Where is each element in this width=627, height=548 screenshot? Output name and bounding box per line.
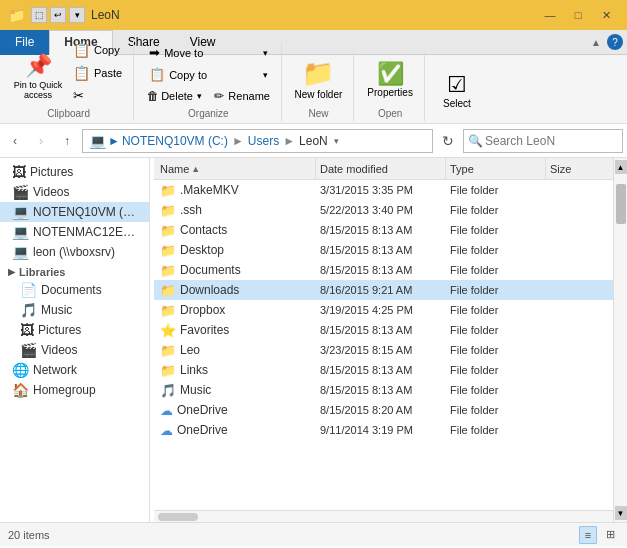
file-row-onedrive1[interactable]: ☁ OneDrive 8/15/2015 8:20 AM File folder	[154, 400, 613, 420]
folder-icon-ssh: 📁	[160, 203, 176, 218]
sidebar-item-notenq10vm[interactable]: 💻 NOTENQ10VM (…	[0, 202, 149, 222]
crumb-computer[interactable]: NOTENQ10VM (C:)	[122, 134, 228, 148]
address-bar[interactable]: 💻 ► NOTENQ10VM (C:) ► Users ► LeoN ▾	[82, 129, 433, 153]
documents-icon: 📄	[20, 282, 37, 298]
search-input[interactable]	[485, 134, 627, 148]
delete-label: Delete	[161, 90, 193, 102]
col-header-date[interactable]: Date modified	[316, 158, 446, 179]
up-button[interactable]: ↑	[56, 130, 78, 152]
crumb-part1[interactable]: ►	[108, 134, 120, 148]
file-cell-name-desktop: 📁 Desktop	[156, 243, 316, 258]
file-name-leo: Leo	[180, 343, 200, 357]
scroll-thumb[interactable]	[616, 184, 626, 224]
forward-button[interactable]: ›	[30, 130, 52, 152]
file-name-documents: Documents	[180, 263, 241, 277]
view-tiles-button[interactable]: ⊞	[601, 526, 619, 544]
move-to-label: Move to	[164, 47, 203, 59]
crumb-sep2: ►	[283, 134, 295, 148]
back-button[interactable]: ‹	[4, 130, 26, 152]
ribbon-content: 📌 Pin to Quick access 📋 Copy 📋 Paste ✂	[0, 55, 627, 123]
file-row-contacts[interactable]: 📁 Contacts 8/15/2015 8:13 AM File folder	[154, 220, 613, 240]
horizontal-scrollbar[interactable]	[154, 510, 613, 522]
file-row-links[interactable]: 📁 Links 8/15/2015 8:13 AM File folder	[154, 360, 613, 380]
scroll-down-btn[interactable]: ▼	[615, 506, 627, 520]
file-row-downloads[interactable]: 📁 Downloads 8/16/2015 9:21 AM File folde…	[154, 280, 613, 300]
move-to-button[interactable]: ➡ Move to ▾	[142, 42, 274, 63]
scroll-track[interactable]	[615, 174, 627, 506]
status-item-count: 20 items	[8, 529, 50, 541]
file-cell-name-links: 📁 Links	[156, 363, 316, 378]
delete-icon: 🗑	[147, 89, 159, 103]
file-row-onedrive2[interactable]: ☁ OneDrive 9/11/2014 3:19 PM File folder	[154, 420, 613, 440]
file-cell-date-onedrive1: 8/15/2015 8:20 AM	[316, 404, 446, 416]
new-folder-label: New folder	[295, 89, 343, 100]
search-box[interactable]: 🔍	[463, 129, 623, 153]
file-row-favorites[interactable]: ⭐ Favorites 8/15/2015 8:13 AM File folde…	[154, 320, 613, 340]
sidebar-item-pictures-lib[interactable]: 🖼 Pictures	[0, 320, 149, 340]
file-cell-name-dropbox: 📁 Dropbox	[156, 303, 316, 318]
file-row-desktop[interactable]: 📁 Desktop 8/15/2015 8:13 AM File folder	[154, 240, 613, 260]
file-row-makemkv[interactable]: 📁 .MakeMKV 3/31/2015 3:35 PM File folder	[154, 180, 613, 200]
sidebar-item-pictures[interactable]: 🖼 Pictures	[0, 162, 149, 182]
file-cell-date-ssh: 5/22/2013 3:40 PM	[316, 204, 446, 216]
pin-quick-access-button[interactable]: 📌 Pin to Quick access	[10, 48, 66, 106]
select-button[interactable]: ☑ Select	[438, 63, 476, 117]
file-name-downloads: Downloads	[180, 283, 239, 297]
vertical-scrollbar[interactable]: ▲ ▼	[613, 158, 627, 522]
hscroll-thumb[interactable]	[158, 513, 198, 521]
scroll-up-btn[interactable]: ▲	[615, 160, 627, 174]
file-row-dropbox[interactable]: 📁 Dropbox 3/19/2015 4:25 PM File folder	[154, 300, 613, 320]
sidebar-item-network[interactable]: 🌐 Network	[0, 360, 149, 380]
close-button[interactable]: ✕	[593, 5, 619, 25]
quick-icon-2[interactable]: ↩	[50, 7, 66, 23]
file-name-music: Music	[180, 383, 211, 397]
quick-icon-1[interactable]: ⬚	[31, 7, 47, 23]
sidebar-item-notenmac12e[interactable]: 💻 NOTENMAC12E…	[0, 222, 149, 242]
file-cell-type-leo: File folder	[446, 344, 546, 356]
computer-icon-1: 💻	[12, 204, 29, 220]
crumb-dropdown[interactable]: ▾	[334, 136, 339, 146]
sidebar-item-music[interactable]: 🎵 Music	[0, 300, 149, 320]
file-row-music[interactable]: 🎵 Music 8/15/2015 8:13 AM File folder	[154, 380, 613, 400]
quick-icon-3[interactable]: ▾	[69, 7, 85, 23]
file-cell-date-downloads: 8/16/2015 9:21 AM	[316, 284, 446, 296]
sidebar-item-documents[interactable]: 📄 Documents	[0, 280, 149, 300]
file-row-ssh[interactable]: 📁 .ssh 5/22/2013 3:40 PM File folder	[154, 200, 613, 220]
file-list-area: Name ▲ Date modified Type Size 📁 .MakeMK…	[154, 158, 613, 522]
paste-button[interactable]: 📋 Paste	[68, 62, 127, 84]
sidebar-item-homegroup[interactable]: 🏠 Homegroup	[0, 380, 149, 400]
copy-to-button[interactable]: 📋 Copy to ▾	[142, 64, 274, 85]
file-name-links: Links	[180, 363, 208, 377]
crumb-users[interactable]: Users	[248, 134, 279, 148]
file-cell-type-onedrive1: File folder	[446, 404, 546, 416]
file-cell-name-downloads: 📁 Downloads	[156, 283, 316, 298]
sidebar-label-notenq10vm: NOTENQ10VM (…	[33, 205, 135, 219]
music-icon: 🎵	[20, 302, 37, 318]
help-btn[interactable]: ?	[607, 34, 623, 50]
ribbon-group-select: ☑ Select	[427, 63, 487, 121]
delete-button[interactable]: 🗑 Delete ▾	[142, 86, 207, 106]
ribbon-group-open: ✅ Properties Open	[356, 52, 425, 121]
properties-button[interactable]: ✅ Properties	[362, 52, 418, 106]
pictures-icon: 🖼	[12, 164, 26, 180]
ribbon-collapse-btn[interactable]: ▲	[591, 37, 601, 48]
file-row-leo[interactable]: 📁 Leo 3/23/2015 8:15 AM File folder	[154, 340, 613, 360]
sidebar-item-videos-lib[interactable]: 🎬 Videos	[0, 340, 149, 360]
copy-button[interactable]: 📋 Copy	[68, 39, 127, 61]
file-row-documents[interactable]: 📁 Documents 8/15/2015 8:13 AM File folde…	[154, 260, 613, 280]
maximize-button[interactable]: □	[565, 5, 591, 25]
refresh-button[interactable]: ↻	[437, 130, 459, 152]
view-details-button[interactable]: ≡	[579, 526, 597, 544]
col-header-type[interactable]: Type	[446, 158, 546, 179]
sidebar-item-leon-vbox[interactable]: 💻 leon (\\vboxsrv)	[0, 242, 149, 262]
col-header-size[interactable]: Size	[546, 158, 611, 179]
col-header-name[interactable]: Name ▲	[156, 158, 316, 179]
sidebar-section-libraries[interactable]: ▶ Libraries	[0, 262, 149, 280]
minimize-button[interactable]: —	[537, 5, 563, 25]
search-icon: 🔍	[468, 134, 483, 148]
sidebar-item-videos[interactable]: 🎬 Videos	[0, 182, 149, 202]
file-list-scroll[interactable]: 📁 .MakeMKV 3/31/2015 3:35 PM File folder…	[154, 180, 613, 510]
rename-button[interactable]: ✏ Rename	[209, 86, 274, 106]
new-folder-button[interactable]: 📁 New folder	[290, 52, 348, 106]
cut-button[interactable]: ✂	[68, 85, 127, 106]
